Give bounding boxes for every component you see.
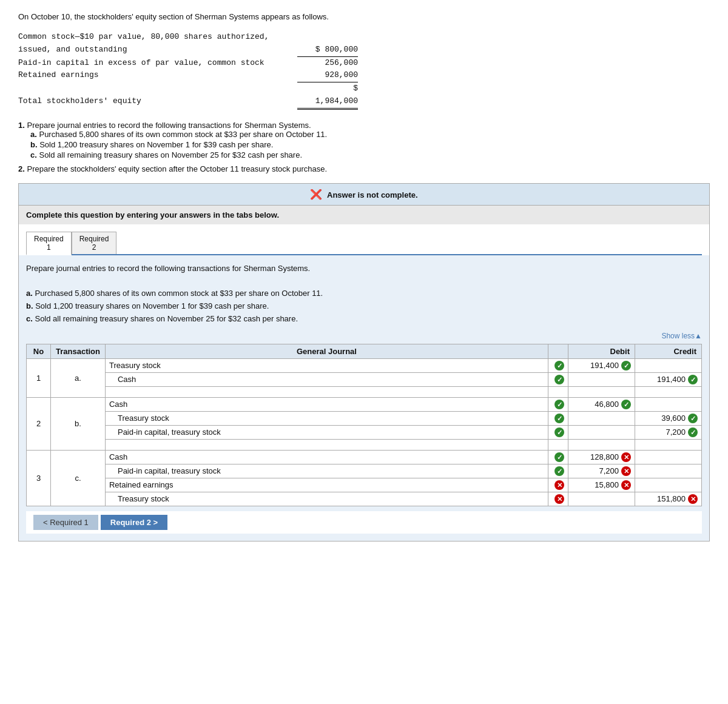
check-icon: ✓: [688, 375, 698, 384]
x-icon: ✕: [554, 480, 564, 490]
check-icon: ✓: [554, 375, 564, 384]
x-icon: ✕: [554, 494, 564, 504]
equity-value-empty: [297, 31, 358, 44]
credit-7200-b: 7,200✓: [635, 425, 702, 439]
check-icon: ✓: [621, 400, 631, 409]
x-icon: ✕: [621, 452, 631, 462]
not-complete-icon: ❌: [310, 189, 322, 199]
account-cash-b: Cash: [105, 397, 548, 411]
table-row: Paid-in capital, treasury stock ✓ 7,200✓: [27, 425, 702, 439]
account-cash-c: Cash: [105, 450, 548, 464]
status-check-cash-a: ✓: [548, 372, 568, 386]
credit-191400: 191,400✓: [635, 372, 702, 386]
account-paid-in-b: Paid-in capital, treasury stock: [105, 425, 548, 439]
credit-empty-c1: [635, 450, 702, 464]
check-icon: ✓: [554, 427, 564, 437]
status-check-1a: ✓: [548, 358, 568, 372]
nav-buttons: < Required 1 Required 2 >: [26, 511, 702, 534]
row-trans-b: b.: [51, 397, 106, 450]
table-row: Paid-in capital, treasury stock ✓ 7,200✕: [27, 464, 702, 478]
x-icon: ✕: [621, 466, 631, 476]
equity-section: Common stock—$10 par value, 80,000 share…: [18, 31, 710, 110]
check-icon: ✓: [554, 414, 564, 423]
x-icon: ✕: [688, 494, 698, 504]
credit-empty-c3: [635, 478, 702, 492]
not-complete-banner: ❌ Answer is not complete.: [19, 184, 709, 205]
not-complete-text: Answer is not complete.: [327, 190, 418, 199]
tabs-row: Required 1 Required 2: [26, 232, 702, 255]
status-check-cash-b: ✓: [548, 397, 568, 411]
equity-line1: Common stock—$10 par value, 80,000 share…: [18, 31, 297, 44]
next-button[interactable]: Required 2 >: [101, 515, 167, 530]
question-1: 1. Prepare journal entries to record the…: [18, 121, 710, 159]
row-trans-a: a.: [51, 358, 106, 397]
credit-empty-b1: [635, 397, 702, 411]
debit-empty-b3: [568, 425, 635, 439]
tab-required-2[interactable]: Required 2: [72, 232, 117, 254]
empty-row-2: [27, 439, 702, 450]
table-row: Retained earnings ✕ 15,800✕: [27, 478, 702, 492]
account-retained-c: Retained earnings: [105, 478, 548, 492]
status-check-paidin-b: ✓: [548, 425, 568, 439]
table-row: 3 c. Cash ✓ 128,800✕: [27, 450, 702, 464]
equity-line3-label: Paid-in capital in excess of par value, …: [18, 57, 297, 70]
account-paidin-c: Paid-in capital, treasury stock: [105, 464, 548, 478]
tab-description: Prepare journal entries to record the fo…: [26, 263, 702, 326]
show-less-button[interactable]: Show less▲: [26, 332, 702, 340]
col-header-gj: General Journal: [105, 344, 548, 358]
credit-39600: 39,600✓: [635, 411, 702, 425]
account-treasury-stock-a: Treasury stock: [105, 358, 548, 372]
question-2: 2. Prepare the stockholders' equity sect…: [18, 164, 710, 173]
q1-items: a. Purchased 5,800 shares of its own com…: [30, 130, 710, 159]
status-x-treasury-c: ✕: [548, 492, 568, 506]
table-row: 1 a. Treasury stock ✓ 191,400✓: [27, 358, 702, 372]
tab-required-1[interactable]: Required 1: [26, 232, 72, 255]
status-check-cash-c: ✓: [548, 450, 568, 464]
row-no-2: 2: [27, 397, 51, 450]
col-header-transaction: Transaction: [51, 344, 106, 358]
equity-line4-label: Retained earnings: [18, 69, 297, 82]
status-x-retained-c: ✕: [548, 478, 568, 492]
table-row: Treasury stock ✓ 39,600✓: [27, 411, 702, 425]
account-cash-a: Cash: [105, 372, 548, 386]
account-treasury-c: Treasury stock: [105, 492, 548, 506]
intro-text: On October 10, the stockholders' equity …: [18, 12, 710, 21]
col-header-debit: Debit: [568, 344, 635, 358]
equity-total-label: Total stockholders' equity: [18, 95, 297, 110]
table-row: Treasury stock ✕ 151,800✕: [27, 492, 702, 506]
account-treasury-b: Treasury stock: [105, 411, 548, 425]
tab-content: Prepare journal entries to record the fo…: [19, 255, 709, 541]
prev-button[interactable]: < Required 1: [33, 515, 98, 530]
row-trans-c: c.: [51, 450, 106, 506]
status-check-treasury-b: ✓: [548, 411, 568, 425]
debit-128800: 128,800✕: [568, 450, 635, 464]
empty-row-1: [27, 386, 702, 397]
debit-empty-b2: [568, 411, 635, 425]
credit-empty-c2: [635, 464, 702, 478]
equity-line3-value: 256,000: [297, 57, 358, 70]
equity-dollar-sign: $: [297, 82, 358, 95]
check-icon: ✓: [554, 466, 564, 476]
complete-message: Complete this question by entering your …: [19, 205, 709, 224]
check-icon: ✓: [621, 361, 631, 370]
col-header-no: No: [27, 344, 51, 358]
col-header-status: [548, 344, 568, 358]
journal-table: No Transaction General Journal Debit Cre…: [26, 344, 702, 506]
q1-item-b: b. Sold 1,200 treasury shares on Novembe…: [30, 140, 710, 149]
q1-label: 1.: [18, 121, 25, 130]
equity-line2-label: issued, and outstanding: [18, 44, 297, 57]
credit-empty-1a: [635, 358, 702, 372]
answer-box: ❌ Answer is not complete. Complete this …: [18, 183, 710, 541]
debit-46800: 46,800✓: [568, 397, 635, 411]
equity-line2-value: $ 800,000: [297, 44, 358, 57]
check-icon: ✓: [688, 414, 698, 423]
check-icon: ✓: [554, 452, 564, 462]
debit-191400: 191,400✓: [568, 358, 635, 372]
table-row: Cash ✓ 191,400✓: [27, 372, 702, 386]
check-icon: ✓: [554, 361, 564, 370]
equity-line4-value: 928,000: [297, 69, 358, 82]
check-icon: ✓: [688, 427, 698, 437]
check-icon: ✓: [554, 400, 564, 409]
q1-item-a: a. Purchased 5,800 shares of its own com…: [30, 130, 710, 139]
q1-text: Prepare journal entries to record the fo…: [27, 121, 311, 130]
